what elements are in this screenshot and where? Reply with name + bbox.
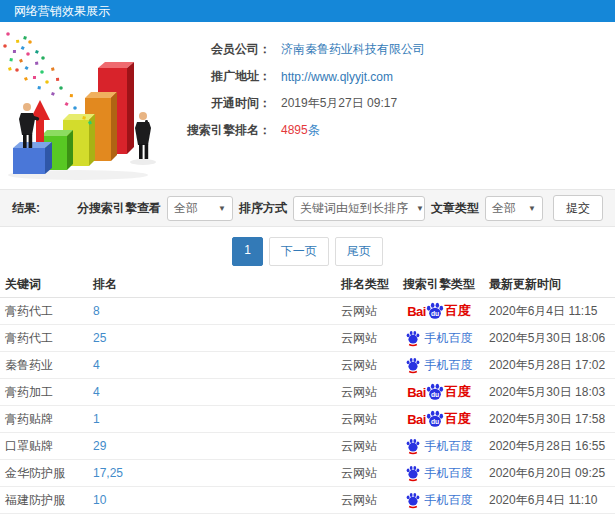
baidu-logo-cn: 百度 — [445, 410, 471, 428]
next-page-button[interactable]: 下一页 — [269, 237, 329, 266]
baidu-mobile-logo[interactable]: 手机百度 — [406, 438, 473, 455]
baidu-mobile-logo[interactable]: 手机百度 — [406, 465, 473, 482]
bar-chart-clipart — [0, 28, 175, 183]
rank-link[interactable]: 10 — [93, 493, 106, 507]
info-value[interactable]: 济南秦鲁药业科技有限公司 — [281, 41, 425, 58]
table-body: 膏药代工8云网站Baidu百度2020年6月4日 11:15膏药代工25云网站手… — [0, 298, 615, 520]
page-header: 网络营销效果展示 — [0, 0, 615, 22]
baidu-logo-text: Bai — [407, 304, 426, 319]
baidu-paw-icon: du — [426, 383, 444, 401]
rank-type-cell: 云网站 — [336, 384, 394, 401]
baidu-pc-logo[interactable]: Baidu百度 — [407, 383, 471, 401]
updated-cell: 2020年5月30日 18:03 — [484, 384, 615, 401]
engine-cell: 手机百度 — [394, 492, 484, 509]
column-header: 最新更新时间 — [484, 276, 615, 293]
table-row: 膏药贴牌1云网站Baidu百度2020年5月30日 17:58 — [0, 406, 615, 433]
article-type-label: 文章类型 — [431, 200, 479, 217]
engine-filter-value: 全部 — [174, 200, 198, 217]
engine-filter-label: 分搜索引擎查看 — [77, 200, 161, 217]
mobile-baidu-label: 手机百度 — [425, 330, 473, 347]
baidu-mobile-logo[interactable]: 手机百度 — [406, 492, 473, 509]
column-header: 关键词 — [0, 276, 88, 293]
baidu-mobile-logo[interactable]: 手机百度 — [406, 357, 473, 374]
engine-cell: 手机百度 — [394, 438, 484, 455]
baidu-logo-text: Bai — [407, 412, 426, 427]
baidu-logo-text: Bai — [407, 385, 426, 400]
chevron-down-icon: ▼ — [528, 204, 536, 213]
rank-link[interactable]: 1 — [93, 412, 100, 426]
rank-link[interactable]: 4 — [93, 385, 100, 399]
mobile-baidu-label: 手机百度 — [425, 438, 473, 455]
rank-cell: 1 — [88, 412, 336, 426]
svg-text:du: du — [431, 391, 439, 398]
engine-cell: 手机百度 — [394, 330, 484, 347]
baidu-paw-icon: du — [426, 302, 444, 320]
filter-controls: 分搜索引擎查看 全部 ▼ 排序方式 关键词由短到长排序 ▼ 文章类型 全部 ▼ … — [77, 195, 603, 221]
info-field: 推广地址：http://www.qlyyjt.com — [175, 63, 425, 90]
rank-cell: 29 — [88, 439, 336, 453]
rank-link[interactable]: 4 — [93, 358, 100, 372]
rank-type-cell: 云网站 — [336, 492, 394, 509]
rank-link[interactable]: 29 — [93, 439, 106, 453]
table-header-row: 关键词排名排名类型搜索引擎类型最新更新时间 — [0, 272, 615, 298]
info-field: 会员公司：济南秦鲁药业科技有限公司 — [175, 36, 425, 63]
baidu-logo-cn: 百度 — [445, 302, 471, 320]
page-title: 网络营销效果展示 — [14, 4, 110, 18]
rank-cell: 4 — [88, 358, 336, 372]
table-row: 膏药代工8云网站Baidu百度2020年6月4日 11:15 — [0, 298, 615, 325]
column-header: 排名 — [88, 276, 336, 293]
keyword-cell: 膏药代工 — [0, 303, 88, 320]
keyword-cell: 金华防护服 — [0, 465, 88, 482]
last-page-button[interactable]: 尾页 — [335, 237, 383, 266]
rank-cell: 8 — [88, 304, 336, 318]
rank-cell: 10 — [88, 493, 336, 507]
baidu-paw-icon — [406, 465, 420, 482]
baidu-pc-logo[interactable]: Baidu百度 — [407, 302, 471, 320]
confetti-dots — [3, 32, 92, 125]
info-fields: 会员公司：济南秦鲁药业科技有限公司推广地址：http://www.qlyyjt.… — [175, 22, 425, 183]
table-row: 膏药加工4云网站Baidu百度2020年5月30日 18:03 — [0, 379, 615, 406]
svg-text:du: du — [431, 310, 439, 317]
baidu-mobile-logo[interactable]: 手机百度 — [406, 330, 473, 347]
svg-text:du: du — [431, 418, 439, 425]
baidu-logo-cn: 百度 — [445, 383, 471, 401]
results-table: 关键词排名排名类型搜索引擎类型最新更新时间 膏药代工8云网站Baidu百度202… — [0, 272, 615, 520]
rank-type-cell: 云网站 — [336, 357, 394, 374]
info-section: 会员公司：济南秦鲁药业科技有限公司推广地址：http://www.qlyyjt.… — [0, 22, 615, 183]
column-header: 搜索引擎类型 — [394, 276, 484, 293]
baidu-paw-icon — [406, 330, 420, 347]
rank-type-cell: 云网站 — [336, 465, 394, 482]
table-row: 福建防护服10云网站手机百度2020年6月4日 11:10 — [0, 487, 615, 514]
sort-value: 关键词由短到长排序 — [300, 200, 408, 217]
baidu-paw-icon — [406, 492, 420, 509]
rank-link[interactable]: 25 — [93, 331, 106, 345]
submit-button[interactable]: 提交 — [553, 195, 603, 221]
baidu-pc-logo[interactable]: Baidu百度 — [407, 410, 471, 428]
chevron-down-icon: ▼ — [218, 204, 226, 213]
keyword-cell: 福建防护服 — [0, 492, 88, 509]
rank-link[interactable]: 17,25 — [93, 466, 123, 480]
mobile-baidu-label: 手机百度 — [425, 357, 473, 374]
rank-type-cell: 云网站 — [336, 438, 394, 455]
engine-cell: 手机百度 — [394, 465, 484, 482]
result-label: 结果: — [12, 200, 40, 217]
table-row: 金华防护服17,25云网站手机百度2020年6月20日 09:25 — [0, 460, 615, 487]
rank-cell: 25 — [88, 331, 336, 345]
engine-cell: Baidu百度 — [394, 383, 484, 401]
sort-select[interactable]: 关键词由短到长排序 ▼ — [293, 196, 425, 221]
info-value[interactable]: http://www.qlyyjt.com — [281, 70, 393, 84]
rank-link[interactable]: 8 — [93, 304, 100, 318]
table-row: 手机百度 — [0, 514, 615, 520]
keyword-cell: 膏药加工 — [0, 384, 88, 401]
info-field: 开通时间：2019年5月27日 09:17 — [175, 90, 425, 117]
article-type-select[interactable]: 全部 ▼ — [485, 196, 543, 221]
baidu-paw-icon — [406, 357, 420, 374]
engine-cell: Baidu百度 — [394, 410, 484, 428]
engine-filter-select[interactable]: 全部 ▼ — [167, 196, 233, 221]
column-header: 排名类型 — [336, 276, 394, 293]
page-1-button[interactable]: 1 — [232, 237, 263, 266]
rank-type-cell: 云网站 — [336, 411, 394, 428]
pagination: 1 下一页 尾页 — [0, 237, 615, 266]
filter-bar: 结果: 分搜索引擎查看 全部 ▼ 排序方式 关键词由短到长排序 ▼ 文章类型 全… — [0, 189, 615, 227]
article-type-value: 全部 — [492, 200, 516, 217]
